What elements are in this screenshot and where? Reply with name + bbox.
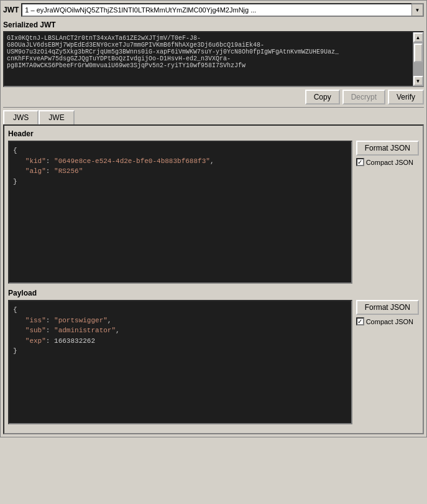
jwt-row: JWT ▼ [3,3,424,17]
payload-exp-key: "exp" [25,337,46,345]
header-close-brace: } [13,178,17,185]
dropdown-arrow-icon: ▼ [415,7,420,13]
scroll-down-button[interactable]: ▼ [413,76,423,86]
payload-json-buttons: Format JSON ✓ Compact JSON [356,300,419,325]
header-kid-key: "kid" [25,157,46,165]
header-content: { "kid": "0649e8ce-e524-4d2e-bfe0-4b883b… [9,142,351,282]
payload-json-row: { "iss": "portswigger", "sub": "administ… [8,300,419,424]
payload-section: Payload { "iss": "portswigger", "sub": "… [8,289,419,424]
jwt-label: JWT [3,6,19,14]
divider [3,107,424,108]
header-label: Header [8,129,419,138]
payload-compact-checkbox[interactable]: ✓ [356,317,364,325]
payload-iss-value: "portswigger" [54,317,108,324]
payload-content: { "iss": "portswigger", "sub": "administ… [9,301,351,423]
serialized-section: Serialized JWT GIx0KQtnJ-LBSLAnCT2r0tnT3… [3,21,424,105]
jwt-textarea-container: GIx0KQtnJ-LBSLAnCT2r0tnT34xAxTa61ZE2wXJT… [3,31,424,87]
payload-format-json-button[interactable]: Format JSON [356,300,419,315]
header-kid-value: "0649e8ce-e524-4d2e-bfe0-4b883bf688f3" [54,157,210,165]
header-format-json-button[interactable]: Format JSON [356,141,419,156]
tabs-row: JWS JWE [3,110,424,124]
copy-button[interactable]: Copy [305,90,340,105]
payload-editor[interactable]: { "iss": "portswigger", "sub": "administ… [8,300,352,424]
payload-sub-value: "administrator" [54,327,116,334]
scroll-down-icon: ▼ [416,78,421,84]
payload-exp-value: 1663832262 [54,337,95,345]
jwt-input-container: ▼ [21,3,424,17]
scroll-thumb[interactable] [414,44,423,62]
jwt-input[interactable] [21,3,424,17]
header-open-brace: { [13,147,17,154]
header-alg-value: "RS256" [54,167,83,175]
header-section: Header { "kid": "0649e8ce-e524-4d2e-bfe0… [8,129,419,284]
payload-close-brace: } [13,347,17,355]
header-compact-checkbox[interactable]: ✓ [356,158,364,166]
main-container: JWT ▼ Serialized JWT GIx0KQtnJ-LBSLAnCT2… [0,0,427,437]
jwt-dropdown-button[interactable]: ▼ [411,3,424,17]
payload-label: Payload [8,289,419,297]
payload-compact-json-row: ✓ Compact JSON [356,317,413,325]
jws-panel: Header { "kid": "0649e8ce-e524-4d2e-bfe0… [3,124,424,434]
scroll-track [413,42,423,76]
payload-compact-label: Compact JSON [366,318,413,325]
header-checkmark-icon: ✓ [357,159,362,166]
scroll-up-icon: ▲ [416,35,421,40]
tab-jws[interactable]: JWS [3,110,39,124]
decrypt-button[interactable]: Decrypt [342,90,385,105]
buttons-row: Copy Decrypt Verify [3,90,424,105]
serialized-label: Serialized JWT [3,21,424,29]
header-compact-label: Compact JSON [366,159,413,166]
header-json-row: { "kid": "0649e8ce-e524-4d2e-bfe0-4b883b… [8,141,419,284]
payload-sub-key: "sub" [25,327,46,334]
payload-open-brace: { [13,306,17,314]
payload-checkmark-icon: ✓ [357,318,362,325]
header-alg-key: "alg" [25,167,46,175]
jwt-textarea[interactable]: GIx0KQtnJ-LBSLAnCT2r0tnT34xAxTa61ZE2wXJT… [4,32,413,86]
verify-button[interactable]: Verify [388,90,424,105]
tab-jwe[interactable]: JWE [39,110,74,124]
payload-iss-key: "iss" [25,317,46,324]
header-json-buttons: Format JSON ✓ Compact JSON [356,141,419,166]
scroll-up-button[interactable]: ▲ [413,32,423,42]
header-editor[interactable]: { "kid": "0649e8ce-e524-4d2e-bfe0-4b883b… [8,141,352,284]
header-compact-json-row: ✓ Compact JSON [356,158,413,166]
textarea-scrollbar: ▲ ▼ [413,32,423,86]
